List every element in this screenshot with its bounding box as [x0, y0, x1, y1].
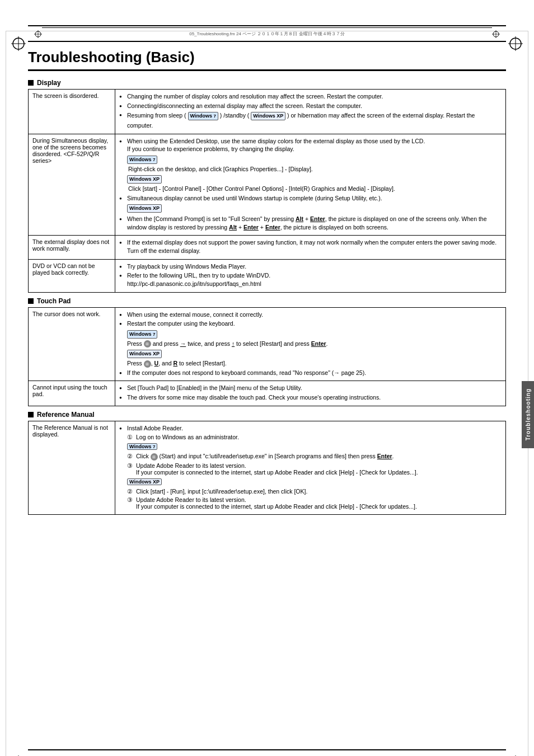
- win7-instruction: Right-click on the desktop, and click [G…: [128, 165, 502, 173]
- key-alt2: Alt: [229, 224, 237, 231]
- table-row: Cannot input using the touch pad. Set [T…: [29, 381, 506, 406]
- reference-section-title: Reference Manual: [37, 411, 95, 419]
- key-enter3: Enter: [265, 224, 280, 231]
- list-item: Resuming from sleep ( Windows 7 ) /stand…: [119, 111, 502, 129]
- section-square-icon: [28, 80, 34, 86]
- windows7-badge: Windows 7: [127, 330, 157, 339]
- list-item: Set [Touch Pad] to [Enabled] in the [Mai…: [119, 384, 502, 392]
- display-section-title: Display: [37, 79, 61, 87]
- table-row: During Simultaneous display, one of the …: [29, 134, 506, 236]
- numbered-step: ② Click ⊞ (Start) and input "c:\util\rea…: [127, 453, 502, 461]
- touchpad-section-title: Touch Pad: [37, 297, 71, 305]
- numbered-step: ③ Update Adobe Reader to its latest vers…: [127, 496, 502, 510]
- table-row: The external display does not work norma…: [29, 236, 506, 259]
- list-item: If the computer does not respond to keyb…: [119, 369, 502, 377]
- section-square-icon: [28, 412, 34, 417]
- solution-cell: When using the external mouse, connect i…: [115, 307, 506, 381]
- windowsxp-badge: Windows XP: [251, 112, 285, 120]
- list-item: Connecting/disconnecting an external dis…: [119, 102, 502, 110]
- step-text: Click ⊞ (Start) and input "c:\util\reade…: [136, 453, 394, 461]
- numbered-step: ③ Update Adobe Reader to its latest vers…: [127, 462, 502, 476]
- section-square-icon: [28, 298, 34, 304]
- issue-cell: The Reference Manual is not displayed.: [29, 421, 115, 514]
- step-text: Update Adobe Reader to its latest versio…: [136, 462, 418, 476]
- list-item: Changing the number of display colors an…: [119, 92, 502, 101]
- step-text: Update Adobe Reader to its latest versio…: [136, 496, 417, 510]
- windowsxp-badge: Windows XP: [127, 478, 162, 485]
- step-num: ③: [127, 462, 136, 476]
- issue-cell: The external display does not work norma…: [29, 236, 115, 259]
- solution-cell: Set [Touch Pad] to [Enabled] in the [Mai…: [115, 381, 506, 406]
- solution-cell: When using the Extended Desktop, use the…: [115, 134, 506, 236]
- windows7-badge: Windows 7: [127, 443, 157, 450]
- page: 05_Troubleshooting.fm 24 ページ ２０１０年１月８日 金…: [0, 25, 534, 756]
- solution-cell: Install Adobe Reader. ① Log on to Window…: [115, 421, 506, 514]
- list-item: When the [Command Prompt] is set to "Ful…: [119, 215, 502, 231]
- issue-cell: During Simultaneous display, one of the …: [29, 134, 115, 236]
- numbered-step: ① Log on to Windows as an administrator.: [127, 434, 502, 440]
- display-table: The screen is disordered. Changing the n…: [28, 89, 506, 293]
- winxp-instruction: Click [start] - [Control Panel] - [Other…: [128, 185, 502, 193]
- list-item: When using the Extended Desktop, use the…: [119, 137, 502, 193]
- key-enter4: Enter: [311, 340, 326, 347]
- touchpad-table: The cursor does not work. When using the…: [28, 307, 506, 406]
- list-item: If the external display does not support…: [119, 238, 502, 255]
- issue-cell: DVD or VCD can not be played back correc…: [29, 259, 115, 292]
- header-area: 05_Troubleshooting.fm 24 ページ ２０１０年１月８日 金…: [28, 25, 506, 42]
- corner-mark-tl: [10, 35, 27, 52]
- windowsxp-badge: Windows XP: [127, 204, 162, 213]
- side-tab: Troubleshooting: [522, 381, 534, 448]
- list-item: Simultaneous display cannot be used unti…: [119, 194, 502, 214]
- list-item: Refer to the following URL, then try to …: [119, 271, 502, 288]
- list-item: Install Adobe Reader.: [119, 424, 502, 433]
- step-num: ③: [127, 496, 136, 510]
- key-arrow: →: [180, 340, 186, 347]
- list-item: Try playback by using Windows Media Play…: [119, 262, 502, 271]
- winxp-restart-instruction: Press ⊞, U, and R to select [Restart].: [127, 359, 502, 368]
- key-alt: Alt: [296, 215, 303, 222]
- key-enter: Enter: [310, 215, 325, 222]
- display-section-header: Display: [28, 79, 506, 87]
- page-title-area: Troubleshooting (Basic): [28, 49, 506, 71]
- key-up: ↑: [232, 340, 235, 347]
- table-row: DVD or VCD can not be played back correc…: [29, 259, 506, 292]
- table-row: The cursor does not work. When using the…: [29, 307, 506, 381]
- corner-mark-tr: [507, 35, 524, 52]
- list-item: When using the external mouse, connect i…: [119, 311, 502, 319]
- windowsxp-badge: Windows XP: [127, 350, 162, 358]
- step-num: ②: [127, 453, 136, 461]
- key-u: U: [154, 360, 159, 367]
- windows7-badge: Windows 7: [127, 156, 157, 164]
- reference-section-header: Reference Manual: [28, 411, 506, 419]
- numbered-step: ② Click [start] - [Run], input [c:\util\…: [127, 488, 502, 495]
- step-text: Click [start] - [Run], input [c:\util\re…: [136, 488, 307, 495]
- page-title: Troubleshooting (Basic): [28, 49, 506, 66]
- list-item: The drivers for some mice may disable th…: [119, 393, 502, 402]
- step-text: Log on to Windows as an administrator.: [136, 434, 239, 440]
- issue-cell: Cannot input using the touch pad.: [29, 381, 115, 406]
- key-enter2: Enter: [243, 224, 259, 231]
- solution-cell: Changing the number of display colors an…: [115, 90, 506, 134]
- side-tab-label: Troubleshooting: [525, 388, 531, 440]
- table-row: The screen is disordered. Changing the n…: [29, 90, 506, 134]
- reference-table: The Reference Manual is not displayed. I…: [28, 421, 506, 515]
- key-enter5: Enter: [377, 453, 392, 459]
- windows7-badge: Windows 7: [188, 112, 218, 120]
- list-item: Restart the computer using the keyboard.…: [119, 320, 502, 367]
- touchpad-section-header: Touch Pad: [28, 297, 506, 305]
- step-num: ②: [127, 488, 136, 495]
- table-row: The Reference Manual is not displayed. I…: [29, 421, 506, 514]
- issue-cell: The cursor does not work.: [29, 307, 115, 381]
- issue-cell: The screen is disordered.: [29, 90, 115, 134]
- windowsxp-badge: Windows XP: [127, 175, 162, 184]
- file-info: 05_Troubleshooting.fm 24 ページ ２０１０年１月８日 金…: [189, 31, 345, 37]
- main-content: Troubleshooting Display The screen is di…: [28, 79, 506, 515]
- win7-restart-instruction: Press ⊞ and press → twice, and press ↑ t…: [127, 340, 502, 348]
- key-r: R: [173, 360, 177, 367]
- step-num: ①: [127, 434, 136, 440]
- solution-cell: Try playback by using Windows Media Play…: [115, 259, 506, 292]
- solution-cell: If the external display does not support…: [115, 236, 506, 259]
